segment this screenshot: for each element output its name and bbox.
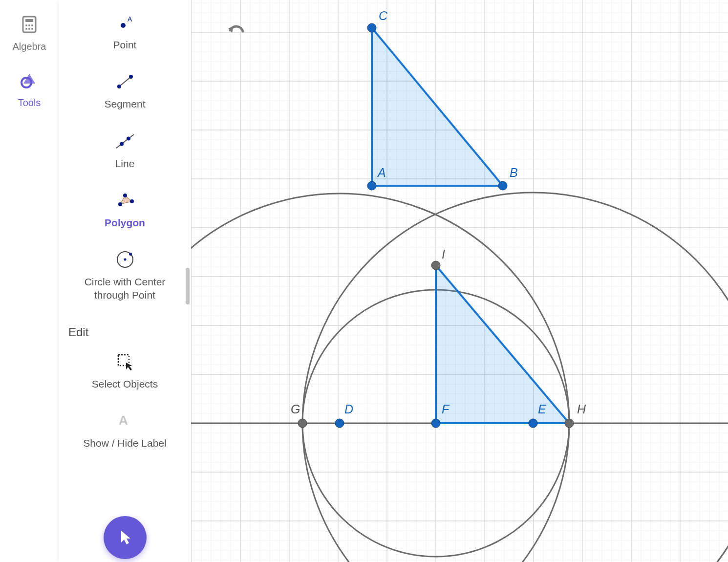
point-tool-icon: A: [114, 12, 136, 33]
point-label-C: C: [379, 9, 388, 22]
tools-icon: [19, 70, 40, 93]
point-B[interactable]: [498, 181, 507, 190]
scrollbar-thumb[interactable]: [186, 268, 190, 304]
nav-item-tools[interactable]: Tools: [18, 70, 41, 108]
cursor-icon: [115, 527, 135, 548]
svg-point-4: [31, 24, 33, 26]
point-G[interactable]: [298, 419, 307, 428]
svg-point-7: [31, 28, 33, 30]
point-label-H: H: [577, 402, 586, 416]
point-label-G: G: [291, 402, 300, 416]
point-label-I: I: [442, 247, 445, 261]
point-F[interactable]: [431, 419, 440, 428]
nav-item-algebra[interactable]: Algebra: [13, 14, 46, 52]
svg-point-10: [121, 23, 126, 28]
svg-point-14: [129, 75, 133, 79]
svg-point-2: [25, 24, 27, 26]
svg-point-16: [120, 142, 124, 146]
svg-point-17: [127, 136, 130, 140]
svg-line-15: [116, 134, 134, 148]
tool-label: Point: [113, 38, 137, 51]
tool-label: Show / Hide Label: [83, 436, 166, 450]
svg-text:A: A: [119, 413, 128, 428]
tools-panel: A Point Segment: [59, 0, 191, 562]
point-I[interactable]: [431, 261, 440, 270]
point-E[interactable]: [529, 419, 537, 428]
tool-polygon[interactable]: Polygon: [105, 190, 145, 229]
point-label-D: D: [344, 402, 353, 416]
geometry-canvas[interactable]: ABCDEFGHI: [191, 0, 728, 562]
polygon-tool-icon: [114, 190, 136, 211]
point-D[interactable]: [335, 419, 344, 428]
tool-select-objects[interactable]: Select Objects: [92, 351, 158, 390]
point-label-F: F: [442, 402, 450, 416]
nav-label-algebra: Algebra: [13, 41, 46, 52]
svg-rect-1: [25, 19, 33, 22]
svg-point-23: [124, 259, 126, 261]
edit-section-header: Edit: [68, 325, 88, 339]
svg-point-6: [28, 28, 30, 30]
tool-circle[interactable]: Circle with Center through Point: [81, 249, 169, 302]
tool-label: Polygon: [105, 216, 145, 229]
nav-label-tools: Tools: [18, 97, 41, 108]
tool-label: Line: [115, 157, 135, 170]
tool-line[interactable]: Line: [114, 130, 136, 170]
svg-point-20: [123, 194, 127, 197]
svg-point-3: [28, 24, 30, 26]
tool-label: Circle with Center through Point: [81, 275, 169, 302]
svg-point-24: [129, 253, 132, 256]
tool-label: Select Objects: [92, 377, 158, 390]
tool-segment[interactable]: Segment: [104, 71, 145, 110]
mode-fab[interactable]: [104, 516, 147, 559]
svg-point-19: [118, 202, 122, 206]
svg-text:A: A: [128, 15, 132, 23]
nav-sidebar: Algebra Tools: [0, 0, 59, 562]
svg-point-13: [117, 85, 121, 88]
svg-line-12: [119, 77, 131, 86]
point-label-B: B: [510, 166, 518, 179]
grid: [191, 0, 728, 562]
label-tool-icon: A: [114, 410, 135, 432]
line-tool-icon: [114, 130, 136, 152]
circle-tool-icon: [114, 249, 136, 270]
point-label-A: A: [377, 166, 386, 179]
tool-point[interactable]: A Point: [113, 12, 137, 51]
calculator-icon: [19, 14, 40, 37]
select-objects-icon: [114, 351, 136, 372]
point-C[interactable]: [367, 23, 376, 32]
polygon-FHI[interactable]: [436, 265, 569, 423]
undo-button[interactable]: [225, 22, 246, 44]
point-label-E: E: [538, 402, 546, 416]
svg-point-5: [25, 28, 27, 30]
segment-tool-icon: [114, 71, 136, 92]
tool-show-hide-label[interactable]: A Show / Hide Label: [83, 410, 166, 450]
polygon-ABC[interactable]: [372, 28, 503, 186]
tool-label: Segment: [104, 97, 145, 110]
point-H[interactable]: [565, 419, 574, 428]
undo-icon: [225, 22, 246, 42]
point-A[interactable]: [367, 181, 376, 190]
svg-point-21: [130, 199, 134, 203]
